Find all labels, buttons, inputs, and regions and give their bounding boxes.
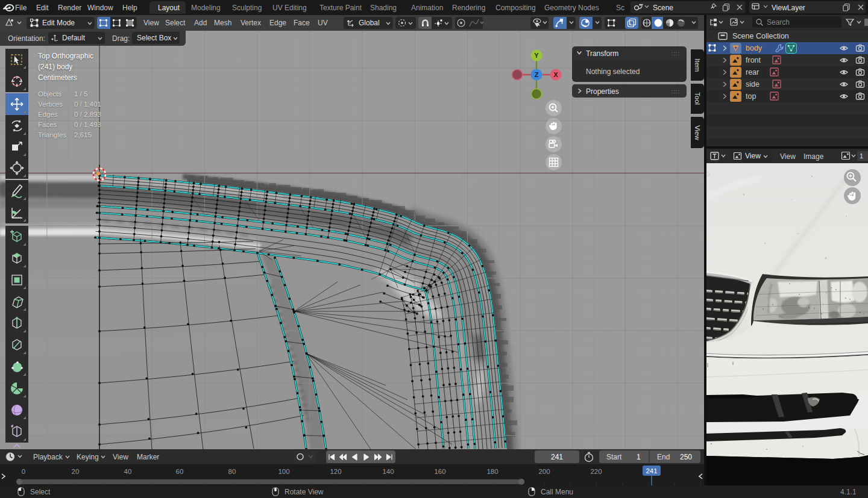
- svg-text:X: X: [553, 71, 558, 78]
- svg-text:Z: Z: [535, 71, 539, 78]
- svg-text:1: 1: [860, 152, 863, 160]
- svg-text:Y: Y: [534, 52, 539, 59]
